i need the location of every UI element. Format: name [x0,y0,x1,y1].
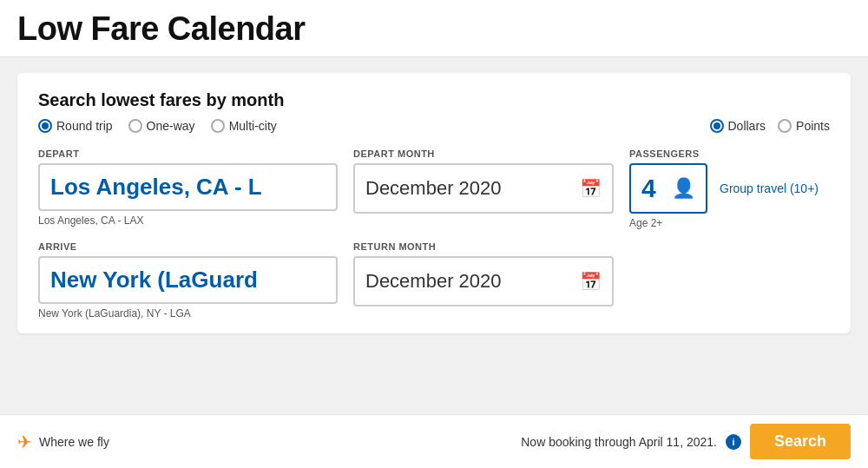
depart-field-group: DEPART Los Angeles, CA - L Los Angeles, … [38,148,338,227]
passengers-label: PASSENGERS [629,148,819,159]
search-card: Search lowest fares by month Round trip … [17,73,851,333]
bottom-right: Now booking through April 11, 2021. i Se… [521,424,851,459]
arrive-sub: New York (LaGuardia), NY - LGA [38,307,338,320]
passengers-count: 4 [641,174,656,203]
depart-month-field-group: DEPART MONTH December 2020 📅 [353,148,614,214]
passengers-wrapper: 4 👤 Group travel (10+) [629,163,819,214]
one-way-label: One-way [147,119,195,133]
multi-city-radio[interactable] [211,119,225,133]
passengers-input[interactable]: 4 👤 [629,163,707,214]
depart-sub: Los Angeles, CA - LAX [38,214,338,227]
return-calendar-icon: 📅 [580,271,602,292]
dollars-option[interactable]: Dollars [710,119,766,133]
depart-input[interactable]: Los Angeles, CA - L [38,163,338,211]
points-radio[interactable] [778,119,792,133]
points-label: Points [796,119,830,133]
passengers-field-group: PASSENGERS 4 👤 Group travel (10+) Age 2+ [629,148,819,229]
depart-row: DEPART Los Angeles, CA - L Los Angeles, … [38,148,830,229]
multi-city-option[interactable]: Multi-city [211,119,277,133]
group-travel-link[interactable]: Group travel (10+) [720,181,819,195]
booking-text: Now booking through April 11, 2021. [521,435,717,449]
where-we-fly-label: Where we fly [39,435,109,449]
trip-type-row: Round trip One-way Multi-city Dollars [38,119,830,133]
one-way-radio[interactable] [128,119,142,133]
depart-label: DEPART [38,148,338,159]
currency-options: Dollars Points [710,119,831,133]
bottom-bar: ✈ Where we fly Now booking through April… [0,414,868,468]
card-subtitle: Search lowest fares by month [38,90,830,110]
trip-type-options: Round trip One-way Multi-city [38,119,277,133]
depart-month-input[interactable]: December 2020 📅 [353,163,614,214]
return-month-value: December 2020 [365,270,502,293]
points-option[interactable]: Points [778,119,830,133]
page-header: Low Fare Calendar [0,0,868,57]
dollars-label: Dollars [728,119,766,133]
dollars-radio[interactable] [710,119,724,133]
person-icon: 👤 [672,177,695,200]
arrive-row: ARRIVE New York (LaGuard New York (LaGua… [38,241,830,320]
search-button[interactable]: Search [750,424,851,459]
return-month-label: RETURN MONTH [353,241,614,252]
age-sub: Age 2+ [629,217,819,229]
return-month-field-group: RETURN MONTH December 2020 📅 [353,241,614,307]
round-trip-option[interactable]: Round trip [38,119,113,133]
depart-month-value: December 2020 [365,177,502,200]
arrive-field-group: ARRIVE New York (LaGuard New York (LaGua… [38,241,338,320]
info-icon[interactable]: i [726,434,741,450]
where-we-fly-link[interactable]: ✈ Where we fly [17,432,109,452]
page-title: Low Fare Calendar [17,10,851,48]
plane-icon: ✈ [17,432,32,452]
arrive-input[interactable]: New York (LaGuard [38,256,338,304]
multi-city-label: Multi-city [229,119,277,133]
arrive-label: ARRIVE [38,241,338,252]
round-trip-radio[interactable] [38,119,52,133]
depart-calendar-icon: 📅 [580,178,602,199]
return-month-input[interactable]: December 2020 📅 [353,256,614,307]
depart-month-label: DEPART MONTH [353,148,614,159]
main-content: Search lowest fares by month Round trip … [0,57,868,349]
round-trip-label: Round trip [56,119,113,133]
one-way-option[interactable]: One-way [128,119,195,133]
